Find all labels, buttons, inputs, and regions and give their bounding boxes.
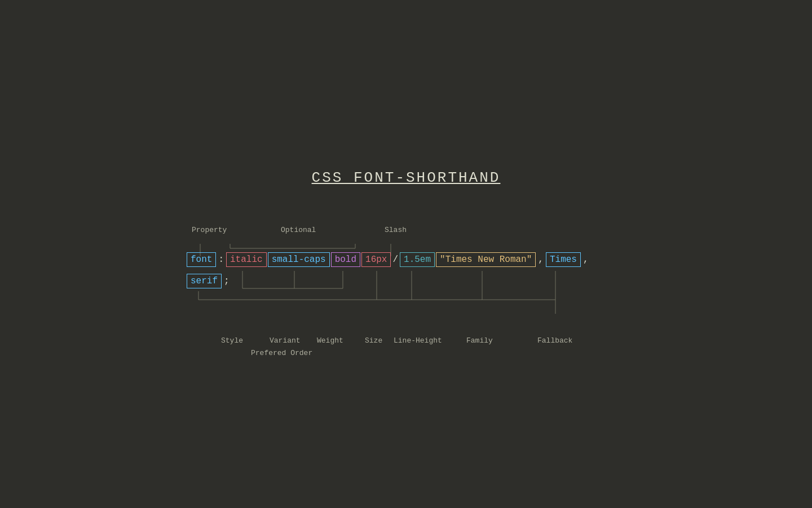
bottom-labels-row: Style Variant Weight Prefered Order Size… xyxy=(186,336,626,353)
label-size: Size xyxy=(365,336,382,345)
label-property: Property xyxy=(192,226,227,234)
label-fallback: Fallback xyxy=(537,336,572,345)
top-labels-row: Property Optional Slash xyxy=(186,226,626,237)
token-small-caps: small-caps xyxy=(268,252,330,267)
token-font: font xyxy=(187,252,216,267)
label-slash: Slash xyxy=(385,226,407,234)
token-italic: italic xyxy=(226,252,267,267)
token-size: 16px xyxy=(361,252,391,267)
diagram: Property Optional Slash font : italic xyxy=(186,226,626,353)
label-style: Style xyxy=(221,336,243,345)
page-title: CSS FONT-SHORTHAND xyxy=(180,169,632,186)
code-section: font : italic small-caps bold 16px / 1.5… xyxy=(186,248,626,291)
token-slash: / xyxy=(392,253,399,266)
token-semicolon: ; xyxy=(223,274,231,288)
label-family: Family xyxy=(466,336,493,345)
label-preferred-order: Prefered Order xyxy=(251,349,312,357)
main-container: CSS FONT-SHORTHAND Property Optional Sla… xyxy=(180,169,632,353)
token-colon: : xyxy=(217,253,225,266)
label-variant: Variant xyxy=(270,336,301,345)
token-comma-2: , xyxy=(582,253,590,266)
token-lineheight: 1.5em xyxy=(400,252,435,267)
label-weight: Weight xyxy=(317,336,343,345)
token-fallback1: Times xyxy=(546,252,581,267)
token-bold: bold xyxy=(331,252,360,267)
token-family: "Times New Roman" xyxy=(436,252,536,267)
token-serif: serif xyxy=(187,274,222,288)
label-line-height: Line-Height xyxy=(394,336,442,345)
code-line-2: serif ; xyxy=(186,271,626,291)
label-optional: Optional xyxy=(281,226,316,234)
code-line-1: font : italic small-caps bold 16px / 1.5… xyxy=(186,248,626,271)
token-comma-1: , xyxy=(537,253,545,266)
